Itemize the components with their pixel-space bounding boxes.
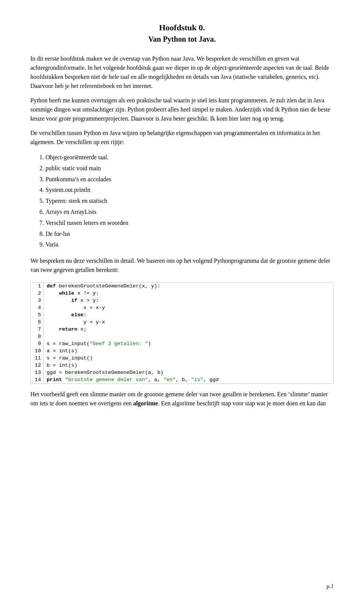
code-line-number: 3 [31,297,44,304]
code-row: 7 return x; [31,326,333,333]
code-keyword: while [59,290,74,296]
chapter-title: Hoofdstuk 0. [30,23,334,33]
python-paragraph: Python heeft me kunnen overtuigen als ee… [30,96,334,123]
code-row: 9s = raw_input("Geef 2 getallen: ") [31,340,333,347]
list-item: Arrays en ArrayLists [46,207,334,218]
code-line-content: b = int(s) [44,362,80,369]
code-plain: , ggd [203,377,219,383]
code-plain: x = x-y [47,305,105,311]
code-line-number: 7 [31,326,44,333]
code-line-content: return x; [44,326,89,333]
list-item: Typeren: sterk en statisch [46,196,334,207]
differences-paragraph: De verschillen tussen Python en Java wij… [30,129,334,147]
code-row: 3 if x > y: [31,297,333,304]
code-string: "is" [191,377,203,383]
code-plain: s = raw_input( [47,341,89,347]
list-item: Varia [46,239,334,250]
code-line-content: if x > y: [44,297,102,304]
code-block: 1def berekenGrootsteGemeneDeler(x, y):2 … [30,282,334,384]
list-item: System.out.println [46,185,334,196]
code-line-number: 1 [31,282,44,290]
code-plain: , b, [176,377,191,383]
list-item: public static void main [46,163,334,174]
code-string: "Geef 2 getallen: " [89,341,148,347]
code-line-number: 12 [31,362,44,369]
code-row: 14print "Grootste gemene deler van", a, … [31,376,333,383]
code-line-content: ggd = berekenGrootsteGemeneDeler(a, b) [44,369,166,376]
code-plain: x > y: [77,298,99,303]
algorithm-paragraph: Het voorbeeld geeft een slimme manier om… [30,390,334,408]
code-plain [47,290,59,296]
code-string: "Grootste gemene deler van" [65,377,148,383]
code-line-number: 6 [31,319,44,326]
code-line-number: 2 [31,290,44,297]
differences-list: Object-georiënteerde taal. public static… [46,152,334,250]
code-line-number: 9 [31,340,44,347]
code-row: 10a = int(s) [31,347,333,355]
code-plain: b = int(s) [47,362,77,368]
code-plain: x; [77,326,86,332]
code-plain [62,377,65,383]
code-line-content: a = int(s) [44,347,80,355]
code-plain [47,326,59,332]
code-line-content: y = y-x [44,319,108,326]
code-row: 4 x = x-y [31,304,333,311]
list-item: Puntkomma’s en accolades [46,174,334,185]
code-line-number: 4 [31,304,44,311]
code-plain [47,298,71,303]
code-line-content: s = raw_input() [44,355,96,362]
code-line-number: 10 [31,347,44,355]
code-line-number: 13 [31,369,44,376]
code-keyword: if [71,298,77,303]
intro-paragraph: In dit eerste hoofdstuk maken we de over… [30,54,334,91]
code-line-number: 5 [31,311,44,319]
code-line-content: def berekenGrootsteGemeneDeler(x, y): [44,282,163,290]
code-plain: a = int(s) [47,348,77,354]
code-plain [47,312,71,318]
list-item: De for-lus [46,229,334,240]
code-row: 12b = int(s) [31,362,333,369]
code-line-number: 8 [31,333,44,340]
code-plain: s = raw_input() [47,355,93,361]
code-plain: ) [148,341,151,347]
list-item: Object-georiënteerde taal. [46,152,334,163]
code-row: 8 [31,333,333,340]
algorithm-text-after: . Een algoritme beschrijft stap voor sta… [158,400,326,406]
code-line-content [44,333,50,340]
code-string: "en" [163,377,176,383]
code-row: 5 else: [31,311,333,319]
list-item: Verschil tussen letters en woorden [46,218,334,229]
code-keyword: return [59,326,77,332]
chapter-subtitle: Van Python tot Java. [30,35,334,44]
code-row: 2 while x != y: [31,290,333,297]
code-plain: x != y: [74,290,99,296]
code-line-content: s = raw_input("Geef 2 getallen: ") [44,340,154,347]
detail-paragraph: We bespreken nu deze verschillen in deta… [30,256,334,275]
code-line-number: 14 [31,376,44,383]
code-row: 11s = raw_input() [31,355,333,362]
code-plain: ggd = berekenGrootsteGemeneDeler(a, b) [47,370,163,375]
code-keyword: def [47,283,56,289]
algorithm-bold-word: algoritme [133,400,158,406]
code-keyword: print [47,377,62,383]
code-plain: , a, [148,377,163,383]
code-plain: : [83,312,86,318]
code-plain: y = y-x [47,319,105,325]
code-line-content: x = x-y [44,304,108,311]
code-keyword: else [71,312,83,318]
page-number: p.1 [326,583,334,590]
code-line-content: while x != y: [44,290,102,297]
code-row: 13ggd = berekenGrootsteGemeneDeler(a, b) [31,369,333,376]
code-line-content: print "Grootste gemene deler van", a, "e… [44,376,222,383]
code-row: 1def berekenGrootsteGemeneDeler(x, y): [31,282,333,290]
code-plain: berekenGrootsteGemeneDeler(x, y): [56,283,160,289]
code-row: 6 y = y-x [31,319,333,326]
code-line-content: else: [44,311,89,319]
code-line-number: 11 [31,355,44,362]
